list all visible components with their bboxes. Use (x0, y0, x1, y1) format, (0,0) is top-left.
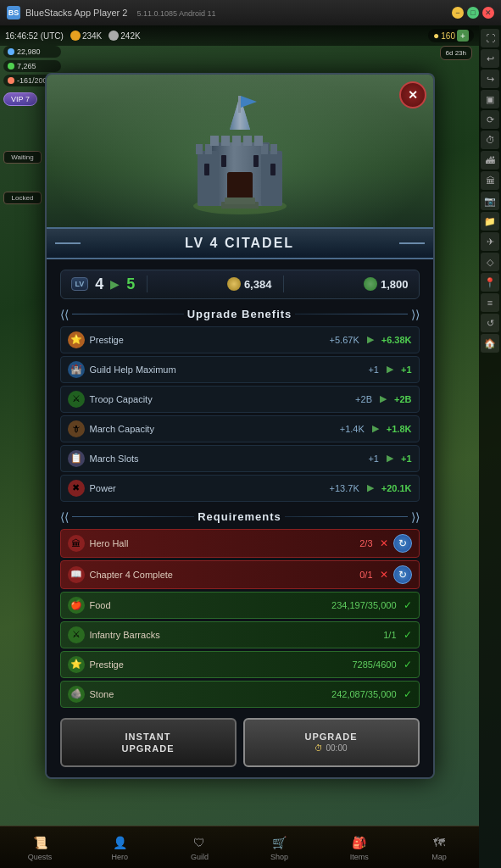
nav-item-items[interactable]: 🎒 Items (320, 834, 399, 861)
req-goto-button[interactable]: ↻ (393, 565, 412, 584)
req-status: ✓ (404, 659, 412, 670)
sidebar-clock-button[interactable]: ⏱ (481, 131, 499, 149)
sidebar-folder-button[interactable]: 📁 (481, 212, 499, 231)
sidebar-forward-button[interactable]: ↪ (481, 70, 499, 88)
sidebar-location-button[interactable]: 📍 (481, 273, 499, 292)
nav-label: Shop (270, 853, 288, 861)
req-progress: 7285/4600 (353, 659, 397, 670)
req-name: Hero Hall (90, 538, 355, 548)
sidebar-layers-button[interactable]: ≡ (481, 293, 499, 312)
nav-label: Map (431, 853, 447, 861)
req-progress: 234,197/35,000 (331, 600, 396, 610)
svg-rect-10 (221, 136, 230, 146)
req-icon: ⚔ (68, 626, 85, 643)
req-name: Chapter 4 Complete (90, 570, 355, 580)
nav-item-quests[interactable]: 📜 Quests (0, 834, 80, 861)
requirement-list: 🏛 Hero Hall 2/3 ✕ ↻ 📖 Chapter 4 Complete… (60, 529, 420, 708)
action-buttons: INSTANT UPGRADE UPGRADE ⏱ 00:00 (60, 718, 420, 767)
benefit-arrow: ▶ (380, 393, 387, 404)
benefit-val-to: +1 (401, 364, 412, 375)
close-modal-button[interactable]: ✕ (399, 81, 426, 108)
req-icon: ⭐ (68, 656, 85, 673)
upgrade-button[interactable]: UPGRADE ⏱ 00:00 (243, 718, 420, 767)
benefit-val-to: +1.8K (387, 424, 412, 434)
nav-item-shop[interactable]: 🛒 Shop (240, 834, 320, 861)
svg-rect-18 (204, 164, 209, 175)
benefit-arrow: ▶ (387, 364, 393, 375)
benefit-val-from: +1 (368, 453, 379, 464)
sidebar-refresh-button[interactable]: ⟳ (481, 110, 499, 129)
sidebar-flight-button[interactable]: ✈ (481, 232, 499, 251)
sidebar-camera-button[interactable]: 📷 (481, 192, 499, 210)
benefit-name: March Capacity (90, 424, 335, 434)
benefit-name: Troop Capacity (90, 394, 351, 404)
benefit-row: 📋 March Slots +1 ▶ +1 (60, 445, 420, 472)
modal-overlay: ✕ LV 4 CITADEL LV 4 ▶ 5 6,384 (0, 25, 479, 826)
instant-upgrade-button[interactable]: INSTANT UPGRADE (60, 718, 237, 767)
nav-icon: 📜 (31, 834, 48, 851)
requirement-row: 📖 Chapter 4 Complete 0/1 ✕ ↻ (60, 560, 420, 589)
sidebar-fullscreen-button[interactable]: ⛶ (481, 29, 499, 47)
dec-line-right (295, 314, 407, 314)
sidebar-city-button[interactable]: 🏙 (481, 151, 499, 170)
req-progress: 2/3 (359, 538, 372, 548)
cost-divider2 (283, 275, 284, 292)
svg-marker-23 (241, 96, 257, 108)
instant-sublabel: UPGRADE (121, 743, 174, 754)
maximize-button[interactable]: □ (467, 7, 479, 19)
benefit-name: Guild Help Maximum (90, 364, 364, 375)
benefit-icon: ⭐ (68, 331, 85, 348)
svg-rect-3 (198, 151, 219, 206)
req-name: Stone (90, 689, 327, 699)
benefit-row: ⭐ Prestige +5.67K ▶ +6.38K (60, 326, 420, 353)
req-status: ✓ (404, 629, 412, 641)
sidebar-diamond-button[interactable]: ◇ (481, 253, 499, 271)
modal-body: LV 4 ▶ 5 6,384 1,800 ⟨⟨ Upgrade B (47, 259, 433, 777)
castle-svg (181, 92, 299, 219)
castle-structure (181, 92, 299, 219)
req-progress: 1/1 (383, 630, 396, 640)
svg-rect-5 (196, 144, 203, 154)
level-to: 5 (126, 275, 135, 293)
resource-value: 1,800 (381, 278, 409, 291)
req-dec-arrow-right: ⟩⟩ (411, 510, 420, 524)
upgrade-modal: ✕ LV 4 CITADEL LV 4 ▶ 5 6,384 (45, 73, 435, 779)
svg-rect-12 (243, 136, 252, 146)
svg-rect-4 (261, 151, 282, 206)
speedup-icon (227, 277, 241, 291)
minimize-button[interactable]: − (452, 7, 464, 19)
sidebar-back-button[interactable]: ↩ (481, 49, 499, 68)
nav-icon: 🎒 (351, 834, 368, 851)
nav-icon: 🛒 (271, 834, 288, 851)
upgrade-label: UPGRADE (304, 732, 357, 742)
req-name: Prestige (90, 659, 348, 670)
req-progress: 242,087/35,000 (331, 689, 396, 699)
sidebar-display-button[interactable]: ▣ (481, 90, 499, 108)
sidebar-undo-button[interactable]: ↺ (481, 314, 499, 332)
benefit-val-from: +5.67K (330, 335, 359, 345)
benefit-val-from: +13.7K (330, 483, 359, 493)
resource-icon (364, 277, 377, 291)
close-button[interactable]: ✕ (482, 7, 494, 19)
req-goto-button[interactable]: ↻ (393, 534, 412, 553)
nav-item-guild[interactable]: 🛡 Guild (159, 834, 239, 861)
benefit-icon: 🏰 (68, 361, 85, 378)
nav-icon: 🛡 (191, 834, 208, 851)
nav-item-hero[interactable]: 👤 Hero (80, 834, 159, 861)
nav-item-map[interactable]: 🗺 Map (399, 834, 479, 861)
benefit-list: ⭐ Prestige +5.67K ▶ +6.38K 🏰 Guild Help … (60, 326, 420, 502)
sidebar-building-button[interactable]: 🏛 (481, 171, 499, 190)
sidebar-home-button[interactable]: 🏠 (481, 334, 499, 353)
benefit-arrow: ▶ (387, 453, 393, 464)
benefit-arrow: ▶ (367, 482, 374, 493)
upgrade-time: ⏱ 00:00 (315, 743, 347, 753)
nav-icon: 🗺 (431, 834, 448, 851)
level-from: 4 (95, 275, 103, 293)
nav-label: Items (350, 853, 369, 861)
speedup-value: 6,384 (244, 278, 272, 291)
benefit-val-to: +2B (394, 394, 412, 404)
benefits-header: ⟨⟨ Upgrade Benefits ⟩⟩ (60, 308, 420, 321)
dec-arrow-right: ⟩⟩ (411, 308, 420, 321)
svg-rect-22 (238, 96, 241, 113)
benefit-arrow: ▶ (367, 334, 374, 345)
